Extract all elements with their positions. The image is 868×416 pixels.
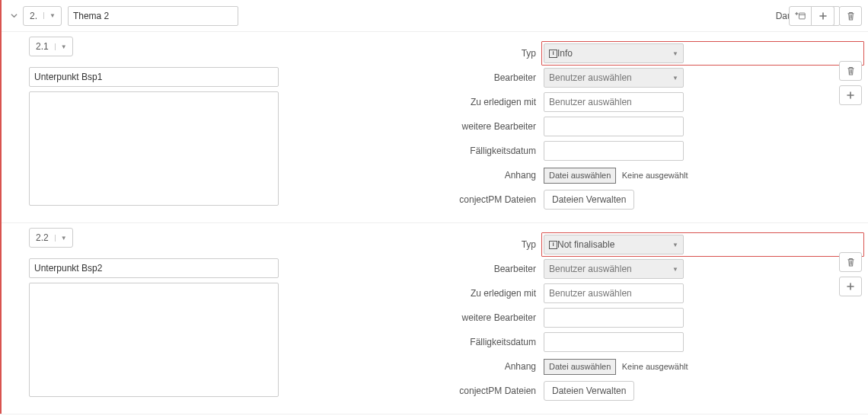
trash-icon — [847, 258, 855, 267]
info-icon: i — [549, 50, 557, 58]
add-button[interactable] — [812, 6, 834, 26]
sub22-body: Typ i Not finalisable ▼ — [2, 252, 868, 414]
caret-down-icon: ▼ — [672, 266, 678, 273]
sub21-bearbeiter-select[interactable]: Benutzer auswählen ▼ — [544, 68, 684, 88]
caret-down-icon: ▼ — [55, 235, 72, 242]
plus-icon — [847, 91, 854, 99]
conject-label: conjectPM Dateien — [346, 386, 544, 396]
erledigen-placeholder: Benutzer auswählen — [549, 288, 632, 299]
sub22-file-none: Keine ausgewählt — [622, 362, 688, 371]
chevron-down-icon — [11, 12, 18, 19]
sub21-manage-files-button[interactable]: Dateien Verwalten — [544, 190, 634, 210]
sub22-delete-button[interactable] — [839, 252, 862, 272]
add-with-date-button[interactable] — [789, 6, 812, 26]
anhang-label: Anhang — [346, 361, 544, 372]
topic2-number: 2. — [24, 11, 43, 21]
trash-icon — [847, 11, 855, 21]
sub21-delete-button[interactable] — [839, 61, 862, 81]
sub22-erledigen-select[interactable]: Benutzer auswählen — [544, 283, 684, 303]
sub22-typ-select[interactable]: i Not finalisable ▼ — [544, 235, 684, 254]
sub21-notes-textarea[interactable] — [29, 91, 279, 206]
sub21-erledigen-select[interactable]: Benutzer auswählen — [544, 92, 684, 112]
trash-icon — [847, 66, 855, 75]
sub21-faellig-input[interactable] — [544, 141, 684, 161]
weitere-label: weitere Bearbeiter — [346, 121, 544, 132]
topic2-number-dropdown[interactable]: 2. ▼ — [23, 6, 62, 26]
sub21-typ-value: Info — [557, 48, 573, 59]
caret-down-icon: ▼ — [55, 43, 72, 50]
topic2-title-input[interactable] — [68, 6, 238, 26]
typ-label: Typ — [346, 239, 544, 250]
sub21-number: 2.1 — [30, 41, 55, 52]
sub22-bearbeiter-select[interactable]: Benutzer auswählen ▼ — [544, 259, 684, 279]
sub22-notes-textarea[interactable] — [29, 283, 279, 397]
weitere-label: weitere Bearbeiter — [346, 312, 544, 323]
sub22-number-dropdown[interactable]: 2.2 ▼ — [29, 228, 73, 248]
svg-rect-0 — [799, 13, 805, 19]
sub22-faellig-input[interactable] — [544, 332, 684, 352]
sub22-typ-value: Not finalisable — [557, 239, 614, 250]
typ-label: Typ — [346, 48, 544, 59]
caret-down-icon: ▼ — [672, 75, 678, 82]
sub21-file-none: Keine ausgewählt — [622, 171, 688, 180]
erledigen-label: Zu erledigen mit — [346, 97, 544, 107]
sub22-title-input[interactable] — [29, 258, 279, 278]
plus-calendar-icon — [795, 11, 806, 21]
bearbeiter-label: Bearbeiter — [346, 72, 544, 83]
sub21-typ-select[interactable]: i Info ▼ — [544, 43, 684, 63]
bearbeiter-placeholder: Benutzer auswählen — [549, 264, 632, 274]
topic2-header-row: 2. ▼ Dauer Min. — [2, 0, 868, 32]
caret-down-icon: ▼ — [672, 50, 678, 57]
bearbeiter-placeholder: Benutzer auswählen — [549, 72, 632, 83]
plus-icon — [819, 12, 827, 20]
sub22-file-button[interactable]: Datei auswählen — [544, 359, 616, 375]
faellig-label: Fälligkeitsdatum — [346, 337, 544, 347]
bearbeiter-label: Bearbeiter — [346, 264, 544, 274]
caret-down-icon: ▼ — [43, 12, 61, 19]
plus-icon — [847, 283, 854, 290]
sub21-body: Typ i Info ▼ Bearbeite — [2, 61, 868, 223]
sub21-title-input[interactable] — [29, 67, 279, 87]
sub21-number-dropdown[interactable]: 2.1 ▼ — [29, 37, 73, 56]
faellig-label: Fälligkeitsdatum — [346, 146, 544, 156]
sub22-manage-files-button[interactable]: Dateien Verwalten — [544, 381, 634, 401]
sub22-add-button[interactable] — [839, 277, 862, 296]
delete-button[interactable] — [839, 6, 862, 26]
caret-down-icon: ▼ — [672, 242, 678, 248]
info-icon: i — [549, 241, 557, 249]
topic2-actions — [789, 6, 862, 26]
sub21-file-button[interactable]: Datei auswählen — [544, 168, 616, 184]
sub21-weitere-input[interactable] — [544, 117, 684, 136]
sub22-number: 2.2 — [30, 232, 55, 243]
collapse-toggle[interactable] — [5, 12, 23, 19]
sub21-add-button[interactable] — [839, 85, 862, 105]
erledigen-label: Zu erledigen mit — [346, 288, 544, 299]
conject-label: conjectPM Dateien — [346, 194, 544, 205]
sub22-weitere-input[interactable] — [544, 308, 684, 328]
anhang-label: Anhang — [346, 170, 544, 181]
erledigen-placeholder: Benutzer auswählen — [549, 97, 632, 107]
